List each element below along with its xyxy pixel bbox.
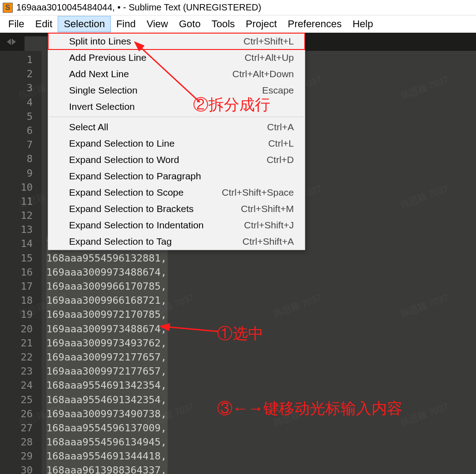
- line-number: 25: [0, 393, 33, 407]
- code-line[interactable]: 169aaa3009973490738,: [46, 407, 168, 421]
- line-number: 23: [0, 364, 33, 378]
- code-line[interactable]: 169aaa3009972177657,: [46, 364, 168, 378]
- menu-entry-label: Expand Selection to Indentation: [69, 220, 204, 231]
- code-line[interactable]: 168aaa9613988364337,: [46, 463, 168, 474]
- menu-entry-shortcut: Ctrl+Shift+Space: [222, 187, 294, 198]
- code-line[interactable]: 169aaa3009973488674,: [46, 322, 168, 336]
- menu-item-preferences[interactable]: Preferences: [283, 16, 347, 32]
- menu-entry-invert-selection[interactable]: Invert Selection: [48, 99, 305, 115]
- selection-menu-dropdown: Split into LinesCtrl+Shift+LAdd Previous…: [48, 33, 305, 250]
- app-icon: S: [3, 3, 13, 13]
- menu-entry-label: Expand Selection to Scope: [69, 187, 183, 198]
- code-line[interactable]: 169aaa3009972177657,: [46, 350, 168, 364]
- menu-item-edit[interactable]: Edit: [30, 16, 58, 32]
- line-number: 2: [0, 67, 33, 81]
- menu-item-tools[interactable]: Tools: [206, 16, 240, 32]
- code-line[interactable]: 168aaa9554691342354,: [46, 378, 168, 392]
- code-line[interactable]: 169aaa3009973488674,: [46, 265, 168, 279]
- menu-entry-single-selection[interactable]: Single SelectionEscape: [48, 82, 305, 99]
- line-number: 4: [0, 95, 33, 109]
- line-number: 8: [0, 152, 33, 166]
- line-number: 13: [0, 222, 33, 237]
- line-number: 10: [0, 180, 33, 194]
- menu-entry-expand-selection-to-brackets[interactable]: Expand Selection to BracketsCtrl+Shift+M: [48, 201, 305, 217]
- window-title: 169aaa3010045484044, • - Sublime Text (U…: [16, 2, 261, 13]
- line-number: 24: [0, 378, 33, 392]
- menu-entry-split-into-lines[interactable]: Split into LinesCtrl+Shift+L: [48, 33, 305, 50]
- menu-entry-select-all[interactable]: Select AllCtrl+A: [48, 119, 305, 135]
- code-line[interactable]: 169aaa3009966168721,: [46, 293, 168, 307]
- line-number: 6: [0, 123, 33, 138]
- code-line[interactable]: 168aaa9554596137009,: [46, 421, 168, 435]
- line-number: 5: [0, 109, 33, 123]
- code-line[interactable]: 168aaa9554691344418,: [46, 449, 168, 463]
- line-number: 22: [0, 350, 33, 364]
- line-number: 29: [0, 449, 33, 463]
- menu-item-selection[interactable]: Selection: [58, 16, 111, 32]
- menu-entry-expand-selection-to-line[interactable]: Expand Selection to LineCtrl+L: [48, 135, 305, 152]
- menu-entry-expand-selection-to-paragraph[interactable]: Expand Selection to Paragraph: [48, 168, 305, 184]
- menu-entry-shortcut: Ctrl+A: [267, 122, 294, 133]
- line-number: 16: [0, 265, 33, 279]
- line-number: 26: [0, 407, 33, 421]
- menu-entry-expand-selection-to-tag[interactable]: Expand Selection to TagCtrl+Shift+A: [48, 233, 305, 250]
- line-number: 20: [0, 322, 33, 336]
- line-number: 3: [0, 81, 33, 95]
- menu-entry-label: Expand Selection to Line: [69, 138, 174, 149]
- line-number-gutter: 1234567891011121314151617181920212223242…: [0, 51, 42, 474]
- menu-item-help[interactable]: Help: [347, 16, 378, 32]
- line-number: 28: [0, 435, 33, 449]
- menu-entry-label: Expand Selection to Word: [69, 154, 179, 165]
- code-line[interactable]: 169aaa3009972170785,: [46, 307, 168, 321]
- menu-entry-shortcut: Ctrl+Shift+M: [241, 203, 294, 214]
- line-number: 27: [0, 421, 33, 435]
- line-number: 7: [0, 138, 33, 152]
- menu-entry-shortcut: Ctrl+D: [267, 154, 294, 165]
- line-number: 9: [0, 166, 33, 180]
- menu-entry-shortcut: Ctrl+Alt+Down: [233, 69, 294, 79]
- menu-bar: FileEditSelectionFindViewGotoToolsProjec…: [0, 15, 476, 33]
- menu-entry-label: Single Selection: [69, 85, 138, 96]
- line-number: 18: [0, 293, 33, 307]
- menu-entry-expand-selection-to-indentation[interactable]: Expand Selection to IndentationCtrl+Shif…: [48, 217, 305, 233]
- menu-entry-expand-selection-to-scope[interactable]: Expand Selection to ScopeCtrl+Shift+Spac…: [48, 184, 305, 201]
- menu-entry-add-previous-line[interactable]: Add Previous LineCtrl+Alt+Up: [48, 49, 305, 66]
- code-line[interactable]: 169aaa3009973493762,: [46, 336, 168, 350]
- menu-item-goto[interactable]: Goto: [174, 16, 206, 32]
- code-line[interactable]: 168aaa9554691342354,: [46, 393, 168, 407]
- menu-item-project[interactable]: Project: [240, 16, 282, 32]
- code-line[interactable]: 168aaa9554596134945,: [46, 435, 168, 449]
- code-line[interactable]: 169aaa3009966170785,: [46, 279, 168, 293]
- line-number: 11: [0, 194, 33, 208]
- menu-entry-shortcut: Ctrl+Alt+Up: [244, 52, 294, 63]
- menu-entry-label: Add Previous Line: [69, 52, 146, 63]
- tab-next-icon: [12, 39, 16, 45]
- code-line[interactable]: 168aaa9554596132881,: [46, 251, 168, 265]
- menu-entry-shortcut: Escape: [262, 85, 294, 96]
- menu-entry-label: Select All: [69, 122, 108, 133]
- menu-entry-label: Expand Selection to Brackets: [69, 203, 193, 214]
- menu-entry-shortcut: Ctrl+Shift+J: [244, 220, 294, 231]
- menu-entry-label: Invert Selection: [69, 101, 135, 112]
- menu-item-view[interactable]: View: [141, 16, 174, 32]
- line-number: 19: [0, 307, 33, 321]
- menu-entry-shortcut: Ctrl+Shift+A: [243, 236, 294, 247]
- menu-item-file[interactable]: File: [3, 16, 30, 32]
- tab-prev-icon: [7, 39, 11, 45]
- menu-entry-add-next-line[interactable]: Add Next LineCtrl+Alt+Down: [48, 66, 305, 82]
- menu-separator: [49, 117, 304, 117]
- line-number: 12: [0, 208, 33, 222]
- menu-entry-label: Expand Selection to Paragraph: [69, 171, 201, 182]
- line-number: 21: [0, 336, 33, 350]
- tab-nav[interactable]: [0, 39, 23, 45]
- line-number: 15: [0, 251, 33, 265]
- menu-entry-label: Add Next Line: [69, 69, 129, 79]
- line-number: 17: [0, 279, 33, 293]
- menu-entry-expand-selection-to-word[interactable]: Expand Selection to WordCtrl+D: [48, 152, 305, 168]
- line-number: 14: [0, 237, 33, 251]
- line-number: 1: [0, 53, 33, 67]
- menu-entry-shortcut: Ctrl+Shift+L: [243, 36, 294, 47]
- line-number: 30: [0, 463, 33, 474]
- menu-entry-label: Expand Selection to Tag: [69, 236, 172, 247]
- menu-item-find[interactable]: Find: [111, 16, 141, 32]
